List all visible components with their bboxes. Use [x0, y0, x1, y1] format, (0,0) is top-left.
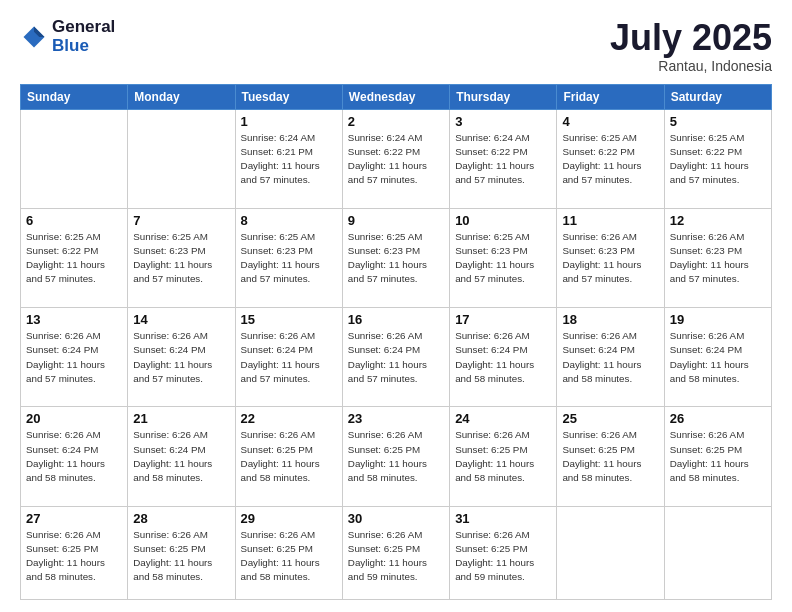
header-thursday: Thursday — [450, 84, 557, 109]
table-row: 22Sunrise: 6:26 AM Sunset: 6:25 PM Dayli… — [235, 407, 342, 506]
day-info: Sunrise: 6:25 AM Sunset: 6:23 PM Dayligh… — [348, 230, 444, 287]
table-row: 20Sunrise: 6:26 AM Sunset: 6:24 PM Dayli… — [21, 407, 128, 506]
day-number: 13 — [26, 312, 122, 327]
day-info: Sunrise: 6:25 AM Sunset: 6:23 PM Dayligh… — [455, 230, 551, 287]
day-number: 24 — [455, 411, 551, 426]
day-number: 14 — [133, 312, 229, 327]
day-info: Sunrise: 6:24 AM Sunset: 6:22 PM Dayligh… — [348, 131, 444, 188]
day-info: Sunrise: 6:26 AM Sunset: 6:24 PM Dayligh… — [26, 329, 122, 386]
day-info: Sunrise: 6:26 AM Sunset: 6:24 PM Dayligh… — [455, 329, 551, 386]
table-row: 12Sunrise: 6:26 AM Sunset: 6:23 PM Dayli… — [664, 208, 771, 307]
day-number: 11 — [562, 213, 658, 228]
day-number: 18 — [562, 312, 658, 327]
day-number: 21 — [133, 411, 229, 426]
header: General Blue July 2025 Rantau, Indonesia — [20, 18, 772, 74]
table-row: 8Sunrise: 6:25 AM Sunset: 6:23 PM Daylig… — [235, 208, 342, 307]
day-number: 15 — [241, 312, 337, 327]
day-info: Sunrise: 6:26 AM Sunset: 6:23 PM Dayligh… — [670, 230, 766, 287]
day-number: 12 — [670, 213, 766, 228]
table-row: 30Sunrise: 6:26 AM Sunset: 6:25 PM Dayli… — [342, 506, 449, 599]
day-number: 16 — [348, 312, 444, 327]
day-number: 23 — [348, 411, 444, 426]
calendar-table: Sunday Monday Tuesday Wednesday Thursday… — [20, 84, 772, 600]
page: General Blue July 2025 Rantau, Indonesia… — [0, 0, 792, 612]
day-number: 10 — [455, 213, 551, 228]
day-info: Sunrise: 6:26 AM Sunset: 6:24 PM Dayligh… — [348, 329, 444, 386]
logo-text: General Blue — [52, 18, 115, 55]
table-row — [664, 506, 771, 599]
day-info: Sunrise: 6:26 AM Sunset: 6:24 PM Dayligh… — [133, 428, 229, 485]
logo-icon — [20, 23, 48, 51]
day-number: 1 — [241, 114, 337, 129]
header-friday: Friday — [557, 84, 664, 109]
month-title: July 2025 — [610, 18, 772, 58]
table-row: 14Sunrise: 6:26 AM Sunset: 6:24 PM Dayli… — [128, 308, 235, 407]
header-wednesday: Wednesday — [342, 84, 449, 109]
table-row: 11Sunrise: 6:26 AM Sunset: 6:23 PM Dayli… — [557, 208, 664, 307]
day-info: Sunrise: 6:25 AM Sunset: 6:23 PM Dayligh… — [133, 230, 229, 287]
table-row: 4Sunrise: 6:25 AM Sunset: 6:22 PM Daylig… — [557, 109, 664, 208]
day-number: 31 — [455, 511, 551, 526]
day-number: 4 — [562, 114, 658, 129]
day-number: 5 — [670, 114, 766, 129]
table-row: 5Sunrise: 6:25 AM Sunset: 6:22 PM Daylig… — [664, 109, 771, 208]
table-row — [128, 109, 235, 208]
day-info: Sunrise: 6:26 AM Sunset: 6:24 PM Dayligh… — [26, 428, 122, 485]
calendar-week-row: 6Sunrise: 6:25 AM Sunset: 6:22 PM Daylig… — [21, 208, 772, 307]
table-row: 9Sunrise: 6:25 AM Sunset: 6:23 PM Daylig… — [342, 208, 449, 307]
day-number: 29 — [241, 511, 337, 526]
day-info: Sunrise: 6:26 AM Sunset: 6:25 PM Dayligh… — [241, 428, 337, 485]
logo: General Blue — [20, 18, 115, 55]
day-number: 26 — [670, 411, 766, 426]
table-row: 26Sunrise: 6:26 AM Sunset: 6:25 PM Dayli… — [664, 407, 771, 506]
day-info: Sunrise: 6:25 AM Sunset: 6:22 PM Dayligh… — [26, 230, 122, 287]
table-row: 21Sunrise: 6:26 AM Sunset: 6:24 PM Dayli… — [128, 407, 235, 506]
day-number: 27 — [26, 511, 122, 526]
day-info: Sunrise: 6:26 AM Sunset: 6:25 PM Dayligh… — [133, 528, 229, 585]
table-row — [21, 109, 128, 208]
table-row: 15Sunrise: 6:26 AM Sunset: 6:24 PM Dayli… — [235, 308, 342, 407]
day-info: Sunrise: 6:26 AM Sunset: 6:25 PM Dayligh… — [670, 428, 766, 485]
table-row: 19Sunrise: 6:26 AM Sunset: 6:24 PM Dayli… — [664, 308, 771, 407]
table-row — [557, 506, 664, 599]
calendar-week-row: 13Sunrise: 6:26 AM Sunset: 6:24 PM Dayli… — [21, 308, 772, 407]
day-info: Sunrise: 6:26 AM Sunset: 6:25 PM Dayligh… — [26, 528, 122, 585]
calendar-week-row: 27Sunrise: 6:26 AM Sunset: 6:25 PM Dayli… — [21, 506, 772, 599]
day-info: Sunrise: 6:26 AM Sunset: 6:24 PM Dayligh… — [133, 329, 229, 386]
table-row: 27Sunrise: 6:26 AM Sunset: 6:25 PM Dayli… — [21, 506, 128, 599]
day-number: 2 — [348, 114, 444, 129]
logo-blue: Blue — [52, 36, 89, 55]
day-info: Sunrise: 6:26 AM Sunset: 6:25 PM Dayligh… — [455, 428, 551, 485]
day-info: Sunrise: 6:26 AM Sunset: 6:24 PM Dayligh… — [562, 329, 658, 386]
table-row: 24Sunrise: 6:26 AM Sunset: 6:25 PM Dayli… — [450, 407, 557, 506]
day-info: Sunrise: 6:26 AM Sunset: 6:25 PM Dayligh… — [455, 528, 551, 585]
day-number: 30 — [348, 511, 444, 526]
location-subtitle: Rantau, Indonesia — [610, 58, 772, 74]
table-row: 23Sunrise: 6:26 AM Sunset: 6:25 PM Dayli… — [342, 407, 449, 506]
day-number: 8 — [241, 213, 337, 228]
table-row: 1Sunrise: 6:24 AM Sunset: 6:21 PM Daylig… — [235, 109, 342, 208]
table-row: 17Sunrise: 6:26 AM Sunset: 6:24 PM Dayli… — [450, 308, 557, 407]
table-row: 25Sunrise: 6:26 AM Sunset: 6:25 PM Dayli… — [557, 407, 664, 506]
table-row: 29Sunrise: 6:26 AM Sunset: 6:25 PM Dayli… — [235, 506, 342, 599]
table-row: 31Sunrise: 6:26 AM Sunset: 6:25 PM Dayli… — [450, 506, 557, 599]
day-info: Sunrise: 6:25 AM Sunset: 6:22 PM Dayligh… — [562, 131, 658, 188]
table-row: 16Sunrise: 6:26 AM Sunset: 6:24 PM Dayli… — [342, 308, 449, 407]
day-number: 6 — [26, 213, 122, 228]
day-info: Sunrise: 6:25 AM Sunset: 6:23 PM Dayligh… — [241, 230, 337, 287]
table-row: 28Sunrise: 6:26 AM Sunset: 6:25 PM Dayli… — [128, 506, 235, 599]
day-info: Sunrise: 6:26 AM Sunset: 6:25 PM Dayligh… — [348, 528, 444, 585]
header-monday: Monday — [128, 84, 235, 109]
day-number: 20 — [26, 411, 122, 426]
day-info: Sunrise: 6:26 AM Sunset: 6:24 PM Dayligh… — [241, 329, 337, 386]
title-block: July 2025 Rantau, Indonesia — [610, 18, 772, 74]
day-info: Sunrise: 6:24 AM Sunset: 6:22 PM Dayligh… — [455, 131, 551, 188]
table-row: 2Sunrise: 6:24 AM Sunset: 6:22 PM Daylig… — [342, 109, 449, 208]
day-info: Sunrise: 6:25 AM Sunset: 6:22 PM Dayligh… — [670, 131, 766, 188]
table-row: 10Sunrise: 6:25 AM Sunset: 6:23 PM Dayli… — [450, 208, 557, 307]
calendar-week-row: 20Sunrise: 6:26 AM Sunset: 6:24 PM Dayli… — [21, 407, 772, 506]
table-row: 6Sunrise: 6:25 AM Sunset: 6:22 PM Daylig… — [21, 208, 128, 307]
day-number: 17 — [455, 312, 551, 327]
calendar-header-row: Sunday Monday Tuesday Wednesday Thursday… — [21, 84, 772, 109]
header-tuesday: Tuesday — [235, 84, 342, 109]
